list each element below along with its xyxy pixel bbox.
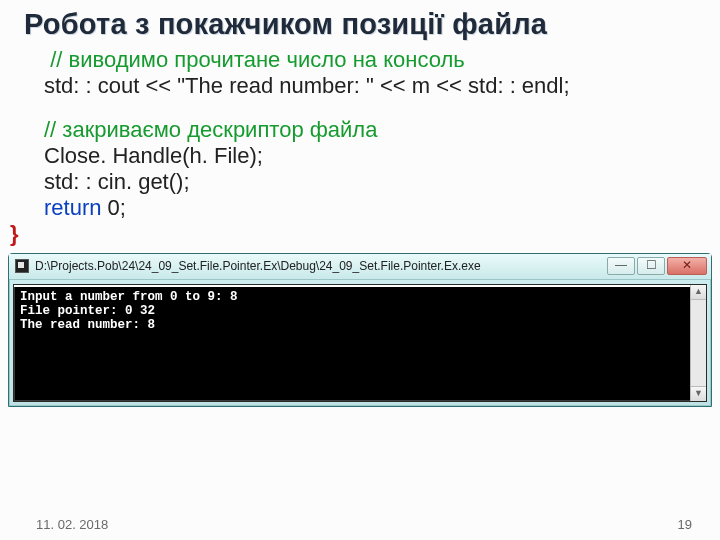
code-line: 0;	[101, 195, 125, 220]
code-block: // виводимо прочитане число на консоль s…	[0, 47, 720, 221]
window-titlebar[interactable]: D:\Projects.Pob\24\24_09_Set.File.Pointe…	[9, 254, 711, 280]
code-line: std: : cout << "The read number: " << m …	[44, 73, 684, 99]
minimize-button[interactable]: —	[607, 257, 635, 275]
console-body: Input a number from 0 to 9: 8 File point…	[13, 284, 707, 402]
console-window: D:\Projects.Pob\24\24_09_Set.File.Pointe…	[8, 253, 712, 407]
code-keyword: return	[44, 195, 101, 220]
code-brace: }	[0, 221, 720, 247]
code-comment-text: виводимо прочитане число на консоль	[62, 47, 464, 72]
code-comment: // закриваємо дескриптор файла	[44, 117, 684, 143]
app-icon	[15, 259, 29, 273]
scroll-up-button[interactable]: ▲	[691, 285, 706, 300]
console-output: Input a number from 0 to 9: 8 File point…	[14, 287, 706, 336]
code-line: Close. Handle	[44, 143, 182, 168]
scrollbar[interactable]: ▲ ▼	[690, 285, 706, 401]
footer: 11. 02. 2018 19	[0, 517, 720, 532]
scroll-down-button[interactable]: ▼	[691, 386, 706, 401]
close-button[interactable]: ✕	[667, 257, 707, 275]
code-comment: //	[50, 47, 62, 72]
footer-date: 11. 02. 2018	[36, 517, 108, 532]
window-title: D:\Projects.Pob\24\24_09_Set.File.Pointe…	[35, 259, 607, 273]
maximize-button[interactable]: ☐	[637, 257, 665, 275]
footer-page: 19	[678, 517, 692, 532]
code-line: std: : cin. get();	[44, 169, 684, 195]
code-line: (h. File);	[182, 143, 263, 168]
page-title: Робота з покажчиком позиції файла	[0, 0, 720, 47]
